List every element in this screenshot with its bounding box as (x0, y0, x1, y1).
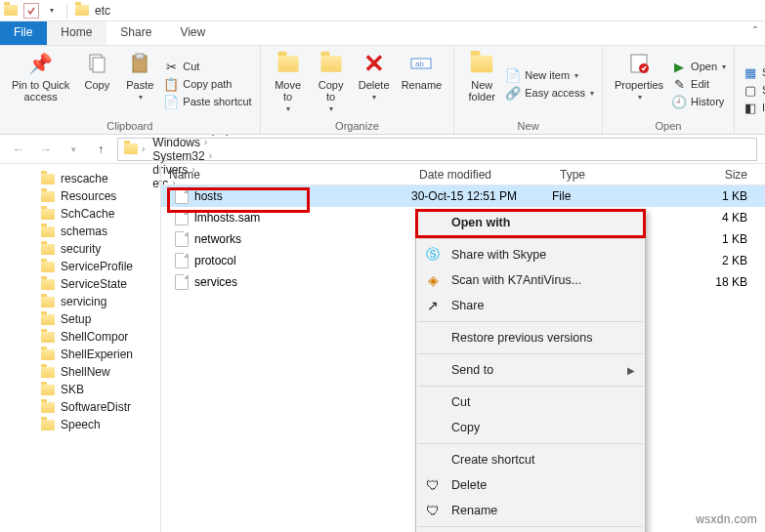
svg-text:ab: ab (415, 60, 424, 68)
tree-item[interactable]: ServiceState (0, 275, 160, 293)
folder-icon (41, 314, 55, 325)
rename-button[interactable]: abRename (398, 48, 446, 120)
path-icon: 📋 (163, 76, 179, 92)
paste-button[interactable]: Paste▾ (120, 48, 159, 120)
folder-icon (41, 297, 55, 307)
ribbon-collapse-icon[interactable]: ˆ (745, 21, 765, 45)
back-button[interactable]: ← (8, 139, 29, 160)
ctx-shortcut[interactable]: Create shortcut (416, 447, 645, 472)
tree-item[interactable]: security (0, 240, 160, 258)
copy-path-button[interactable]: 📋Copy path (163, 76, 251, 92)
column-headers[interactable]: Name Date modified Type Size (161, 164, 765, 185)
history-button[interactable]: 🕘History (671, 94, 726, 109)
copy-button[interactable]: Copy (77, 48, 116, 120)
paste-shortcut-button[interactable]: 📄Paste shortcut (163, 94, 251, 109)
ctx-skype[interactable]: ⓈShare with Skype (416, 242, 645, 267)
table-row[interactable]: hosts30-Oct-15 12:51 PMFile1 KB (161, 185, 765, 207)
tree-item[interactable]: ServiceProfile (0, 258, 160, 275)
pin-quick-access-button[interactable]: 📌Pin to Quick access (8, 48, 73, 120)
ctx-copy[interactable]: Copy (416, 415, 645, 440)
easy-access-button[interactable]: 🔗Easy access▾ (505, 85, 594, 101)
qat-dropdown-icon[interactable]: ▾ (43, 2, 61, 20)
ctx-delete[interactable]: 🛡Delete (416, 472, 645, 498)
folder-icon (41, 420, 55, 430)
move-to-button[interactable]: Move to▾ (269, 48, 308, 120)
crumb[interactable]: Windows› (149, 136, 240, 149)
edit-icon: ✎ (671, 76, 687, 92)
tree-item[interactable]: Setup (0, 310, 160, 328)
copy-to-icon (318, 50, 345, 77)
skype-icon: Ⓢ (424, 246, 442, 264)
select-none-button[interactable]: ▢Select (743, 82, 765, 98)
col-name[interactable]: Name (161, 168, 411, 182)
window-title: etc (95, 4, 110, 18)
col-type[interactable]: Type (552, 168, 665, 182)
select-all-icon: ▦ (743, 64, 758, 80)
tab-share[interactable]: Share (106, 21, 166, 45)
select-all-button[interactable]: ▦Select (743, 64, 765, 80)
svg-rect-1 (93, 58, 105, 72)
tree-item[interactable]: ShellExperien (0, 346, 160, 363)
nav-tree[interactable]: rescacheResourcesSchCacheschemassecurity… (0, 164, 161, 532)
tree-item[interactable]: SoftwareDistr (0, 398, 160, 416)
tree-item[interactable]: SKB (0, 381, 160, 398)
invert-selection-button[interactable]: ◧Invert (743, 100, 765, 115)
file-icon (175, 274, 189, 290)
file-icon (175, 210, 189, 225)
breadcrumb[interactable]: › This PC›Local Disk (C:)›Windows›System… (117, 138, 757, 161)
copy-to-button[interactable]: Copy to▾ (312, 48, 351, 120)
ctx-share[interactable]: ↗Share (416, 293, 645, 318)
new-item-button[interactable]: 📄New item▾ (505, 67, 594, 83)
shield-delete-icon: 🛡 (424, 477, 442, 493)
ctx-send-to[interactable]: Send to▶ (416, 357, 645, 383)
easy-access-icon: 🔗 (505, 85, 521, 101)
context-menu: Open with ⓈShare with Skype ◈Scan with K… (415, 209, 646, 532)
tree-item[interactable]: ShellCompor (0, 328, 160, 346)
cut-button[interactable]: ✂Cut (163, 59, 251, 74)
qat-folder-icon (2, 2, 20, 20)
new-folder-button[interactable]: New folder (462, 48, 501, 120)
share-icon: ↗ (424, 298, 442, 313)
ctx-open-with[interactable]: Open with (416, 210, 645, 235)
col-date[interactable]: Date modified (411, 168, 552, 182)
tree-item[interactable]: SchCache (0, 205, 160, 223)
file-icon (175, 253, 189, 268)
ctx-rename[interactable]: 🛡Rename (416, 498, 645, 523)
tree-item[interactable]: schemas (0, 223, 160, 240)
edit-button[interactable]: ✎Edit (671, 76, 726, 92)
scissors-icon: ✂ (163, 59, 179, 74)
pin-icon: 📌 (27, 50, 55, 77)
new-folder-icon (468, 50, 495, 77)
forward-button[interactable]: → (35, 139, 57, 160)
ctx-cut[interactable]: Cut (416, 389, 645, 415)
tab-file[interactable]: File (0, 21, 47, 45)
watermark: wsxdn.com (696, 512, 757, 526)
open-button[interactable]: ▶Open▾ (671, 59, 726, 74)
copy-icon (83, 50, 110, 77)
tabstrip: File Home Share View ˆ (0, 21, 765, 45)
tree-item[interactable]: Resources (0, 187, 160, 205)
tab-view[interactable]: View (166, 21, 220, 45)
properties-button[interactable]: Properties▾ (611, 48, 667, 120)
col-size[interactable]: Size (665, 168, 765, 182)
folder-icon (41, 174, 55, 184)
group-label: Organize (335, 120, 379, 134)
folder-icon (73, 2, 91, 20)
tab-home[interactable]: Home (47, 21, 106, 45)
ctx-k7[interactable]: ◈Scan with K7AntiVirus... (416, 267, 645, 293)
tree-item[interactable]: ShellNew (0, 363, 160, 381)
folder-icon (41, 332, 55, 343)
shield-icon: ◈ (424, 272, 442, 288)
invert-icon: ◧ (743, 100, 758, 115)
tree-item[interactable]: servicing (0, 293, 160, 310)
crumb[interactable]: System32› (149, 149, 240, 163)
folder-icon (41, 191, 55, 202)
delete-button[interactable]: ✕Delete▾ (355, 48, 394, 120)
ctx-restore[interactable]: Restore previous versions (416, 325, 645, 350)
up-button[interactable]: ↑ (90, 139, 111, 160)
qat-props-icon[interactable] (23, 3, 39, 19)
tree-item[interactable]: rescache (0, 170, 160, 187)
history-icon: 🕘 (671, 94, 687, 109)
tree-item[interactable]: Speech (0, 416, 160, 433)
recent-button[interactable]: ▾ (63, 139, 84, 160)
